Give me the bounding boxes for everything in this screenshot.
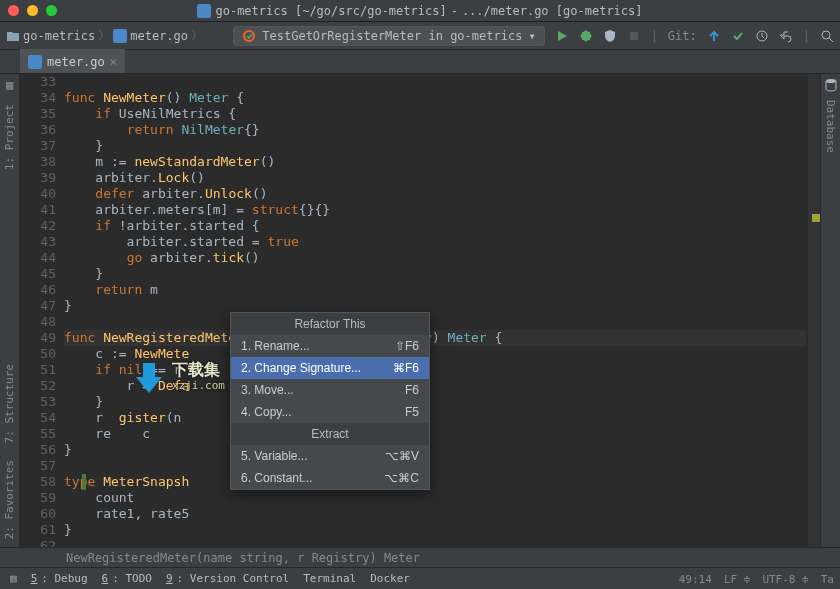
git-revert-icon[interactable] [779, 29, 793, 43]
line-number: 50 [20, 346, 56, 362]
menu-item-shortcut: F5 [405, 404, 419, 420]
code-line[interactable]: if !arbiter.started { [64, 218, 806, 234]
tool-project[interactable]: 1: Project [3, 104, 16, 170]
line-number: 35 [20, 106, 56, 122]
code-line[interactable] [64, 538, 806, 547]
code-line[interactable]: } [64, 442, 806, 458]
code-line[interactable]: re c [64, 426, 806, 442]
code-line[interactable] [64, 314, 806, 330]
code-line[interactable]: } [64, 298, 806, 314]
code-line[interactable]: } [64, 394, 806, 410]
line-number: 60 [20, 506, 56, 522]
bottom-tool-button[interactable]: Docker [370, 572, 410, 585]
code-line[interactable]: defer arbiter.Unlock() [64, 186, 806, 202]
breadcrumb-folder[interactable]: go-metrics [23, 29, 95, 43]
code-area[interactable]: func NewMeter() Meter { if UseNilMetrics… [64, 74, 806, 547]
code-line[interactable]: if nil == r [64, 362, 806, 378]
code-line[interactable] [64, 74, 806, 90]
close-tab-icon[interactable]: × [110, 55, 117, 69]
breadcrumb-function[interactable]: NewRegisteredMeter(name string, r Regist… [66, 551, 420, 565]
run-test-icon [242, 29, 256, 43]
code-line[interactable]: } [64, 266, 806, 282]
menu-item[interactable]: 6. Constant...⌥⌘C [231, 467, 429, 489]
code-line[interactable]: c := NewMete [64, 346, 806, 362]
line-number: 57 [20, 458, 56, 474]
menu-item-label: 3. Move... [241, 382, 294, 398]
tool-window-button[interactable]: ▦ [10, 572, 17, 585]
code-line[interactable]: arbiter.started = true [64, 234, 806, 250]
database-icon[interactable] [824, 78, 838, 92]
git-history-icon[interactable] [755, 29, 769, 43]
code-line[interactable]: func NewMeter() Meter { [64, 90, 806, 106]
line-number: 45 [20, 266, 56, 282]
code-line[interactable] [64, 458, 806, 474]
line-ending-selector[interactable]: LF ≑ [724, 573, 751, 586]
bottom-tool-button[interactable]: Terminal [303, 572, 356, 585]
code-line[interactable]: r = Defa [64, 378, 806, 394]
go-file-icon [113, 29, 127, 43]
run-icon[interactable] [555, 29, 569, 43]
right-toolstrip: Database [820, 74, 840, 547]
line-number: 41 [20, 202, 56, 218]
line-number-gutter: 3334353637383940414243444546474849505152… [20, 74, 64, 547]
git-commit-icon[interactable] [731, 29, 745, 43]
error-stripe[interactable] [808, 74, 820, 547]
tool-favorites[interactable]: 2: Favorites [3, 460, 16, 539]
bottom-tool-button[interactable]: 9: Version Control [166, 572, 289, 585]
code-line[interactable]: if UseNilMetrics { [64, 106, 806, 122]
bottom-tool-button[interactable]: 5: Debug [31, 572, 88, 585]
stop-icon[interactable] [627, 29, 641, 43]
debug-icon[interactable] [579, 29, 593, 43]
code-line[interactable]: return m [64, 282, 806, 298]
code-line[interactable]: rate1, rate5 [64, 506, 806, 522]
caret-position[interactable]: 49:14 [679, 573, 712, 586]
folder-icon [6, 29, 20, 43]
menu-item[interactable]: 2. Change Signature...⌘F6 [231, 357, 429, 379]
code-line[interactable]: } [64, 138, 806, 154]
menu-item[interactable]: 3. Move...F6 [231, 379, 429, 401]
menu-item[interactable]: 5. Variable...⌥⌘V [231, 445, 429, 467]
code-line[interactable]: } [64, 522, 806, 538]
code-line[interactable]: func NewRegisteredMeter(name string, r R… [64, 330, 806, 346]
menu-item-label: 1. Rename... [241, 338, 310, 354]
navigation-breadcrumb[interactable]: go-metrics 〉 meter.go 〉 [6, 27, 203, 44]
refactor-header: Refactor This [231, 313, 429, 335]
go-file-icon [197, 4, 211, 18]
window-title-right: .../meter.go [go-metrics] [462, 4, 643, 18]
code-line[interactable]: return NilMeter{} [64, 122, 806, 138]
menu-item-shortcut: F6 [405, 382, 419, 398]
line-number: 61 [20, 522, 56, 538]
code-line[interactable]: m := newStandardMeter() [64, 154, 806, 170]
code-line[interactable]: arbiter.Lock() [64, 170, 806, 186]
line-number: 59 [20, 490, 56, 506]
menu-item[interactable]: 4. Copy...F5 [231, 401, 429, 423]
indent-selector[interactable]: Ta [821, 573, 834, 586]
git-update-icon[interactable] [707, 29, 721, 43]
refactor-popup[interactable]: Refactor This 1. Rename...⇧F62. Change S… [230, 312, 430, 490]
tool-structure[interactable]: 7: Structure [3, 364, 16, 443]
code-line[interactable]: r gister(n [64, 410, 806, 426]
line-number: 33 [20, 74, 56, 90]
breadcrumb-file[interactable]: meter.go [130, 29, 188, 43]
menu-item[interactable]: 1. Rename...⇧F6 [231, 335, 429, 357]
encoding-selector[interactable]: UTF-8 ≑ [762, 573, 808, 586]
code-line[interactable]: go arbiter.tick() [64, 250, 806, 266]
bottom-tool-button[interactable]: 6: TODO [102, 572, 152, 585]
coverage-icon[interactable] [603, 29, 617, 43]
svg-rect-0 [197, 4, 211, 18]
code-editor[interactable]: 3334353637383940414243444546474849505152… [20, 74, 820, 547]
code-line[interactable]: arbiter.meters[m] = struct{}{} [64, 202, 806, 218]
run-configuration-dropdown[interactable]: TestGetOrRegisterMeter in go-metrics ▾ [233, 26, 544, 46]
line-number: 42 [20, 218, 56, 234]
line-number: 44 [20, 250, 56, 266]
search-icon[interactable] [820, 29, 834, 43]
svg-point-8 [826, 79, 836, 83]
editor-breadcrumb[interactable]: NewRegisteredMeter(name string, r Regist… [0, 547, 840, 567]
line-number: 55 [20, 426, 56, 442]
editor-tab-meter[interactable]: meter.go × [20, 49, 125, 73]
tool-database[interactable]: Database [824, 100, 837, 153]
window-title-left: go-metrics [~/go/src/go-metrics] [215, 4, 446, 18]
code-line[interactable]: type MeterSnapsh [64, 474, 806, 490]
code-line[interactable]: count [64, 490, 806, 506]
project-view-icon[interactable]: ▦ [6, 78, 13, 92]
